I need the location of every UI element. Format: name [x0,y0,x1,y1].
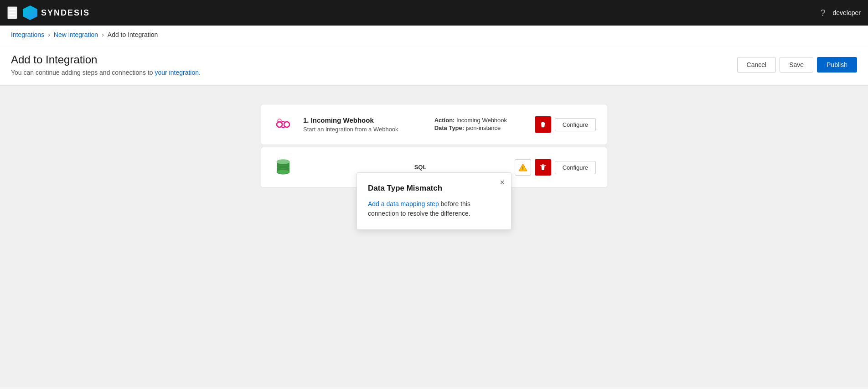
step-2-info [303,166,405,168]
step-1-actions: Configure [535,116,596,133]
topnav-right: ? developer [820,8,861,18]
save-button[interactable]: Save [780,57,813,73]
breadcrumb-integrations[interactable]: Integrations [11,31,44,38]
topnav-left: ☰ SYNDESIS [7,5,90,20]
page-header-actions: Cancel Save Publish [737,57,857,73]
svg-rect-10 [540,166,546,166]
breadcrumb-current: Add to Integration [108,31,158,38]
svg-point-7 [277,160,289,164]
svg-point-6 [277,170,289,174]
step-2-meta: SQL [414,164,506,171]
logo-text: SYNDESIS [41,8,90,18]
publish-button[interactable]: Publish [817,57,857,73]
step-card-1: 1. Incoming Webhook Start an integration… [261,104,607,145]
top-navigation: ☰ SYNDESIS ? developer [0,0,868,26]
svg-text:!: ! [522,166,524,171]
page-title: Add to Integration [11,53,201,66]
webhook-icon [275,116,291,133]
step-2-actions: ! Configure [515,159,596,176]
svg-rect-11 [542,165,544,166]
step-icon-area-2 [272,156,294,178]
popup-overlay: × Data Type Mismatch Add a data mapping … [356,172,512,230]
svg-rect-3 [542,122,544,123]
step-1-configure-button[interactable]: Configure [555,118,596,131]
step-2-delete-button[interactable] [535,159,551,176]
breadcrumb-new-integration[interactable]: New integration [54,31,98,38]
step-1-meta: Action: Incoming Webhook Data Type: json… [434,117,526,132]
popup-mapping-link[interactable]: Add a data mapping step [368,200,439,207]
step-2-warning-button[interactable]: ! [515,159,531,176]
warning-triangle-icon: ! [518,163,527,172]
help-icon[interactable]: ? [820,8,825,18]
step-2-configure-button[interactable]: Configure [555,161,596,174]
logo-icon [23,5,37,20]
subtitle-link[interactable]: your integration [155,69,199,76]
popup-body: Add a data mapping step before this conn… [368,199,500,218]
popup-close-button[interactable]: × [500,178,505,187]
page-subtitle: You can continue adding steps and connec… [11,69,201,76]
step-1-action: Action: Incoming Webhook [434,117,526,124]
step-2-action: SQL [414,164,506,171]
data-type-mismatch-popup: × Data Type Mismatch Add a data mapping … [356,172,512,230]
page-header-left: Add to Integration You can continue addi… [11,53,201,76]
popup-title: Data Type Mismatch [368,184,500,193]
step-1-desc: Start an integration from a Webhook [303,126,425,133]
main-content: 1. Incoming Webhook Start an integration… [0,86,868,387]
step-1-datatype: Data Type: json-instance [434,124,526,131]
page-header: Add to Integration You can continue addi… [0,44,868,86]
hamburger-menu[interactable]: ☰ [7,6,17,19]
step-1-info: 1. Incoming Webhook Start an integration… [303,116,425,133]
trash-icon-2 [539,164,547,171]
breadcrumb-sep-2: › [102,31,104,38]
database-icon [275,158,291,176]
step-1-delete-button[interactable] [535,116,551,133]
cancel-button[interactable]: Cancel [737,57,776,73]
breadcrumb: Integrations › New integration › Add to … [0,26,868,44]
step-1-title: 1. Incoming Webhook [303,116,425,124]
user-name: developer [833,9,861,16]
step-icon-area-1 [272,114,294,135]
breadcrumb-sep-1: › [48,31,50,38]
trash-icon [539,121,547,128]
logo: SYNDESIS [23,5,90,20]
